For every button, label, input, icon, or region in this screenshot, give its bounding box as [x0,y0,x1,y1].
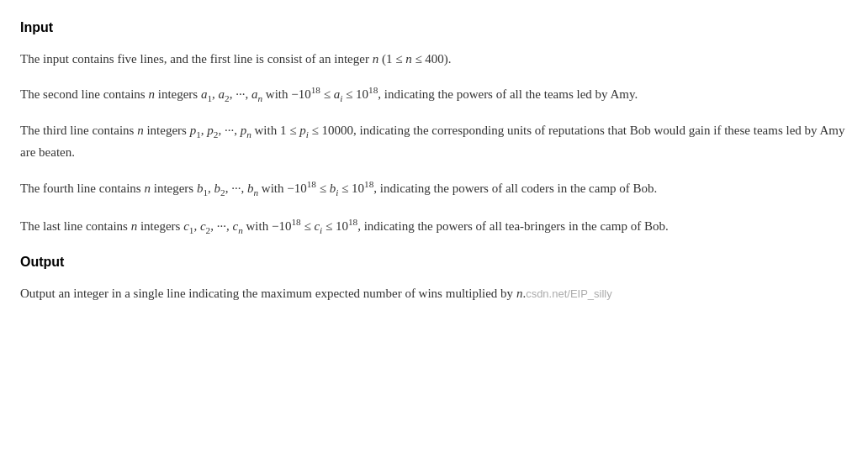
paragraph-5: The last line contains n integers c1, c2… [20,214,848,239]
paragraph-2: The second line contains n integers a1, … [20,82,848,107]
output-section: Output Output an integer in a single lin… [20,251,848,303]
input-section: Input The input contains five lines, and… [20,17,848,238]
paragraph-3: The third line contains n integers p1, p… [20,120,848,163]
paragraph-1: The input contains five lines, and the f… [20,49,848,70]
output-paragraph: Output an integer in a single line indic… [20,283,848,304]
output-title: Output [20,251,848,273]
input-title: Input [20,17,848,39]
paragraph-4: The fourth line contains n integers b1, … [20,176,848,201]
